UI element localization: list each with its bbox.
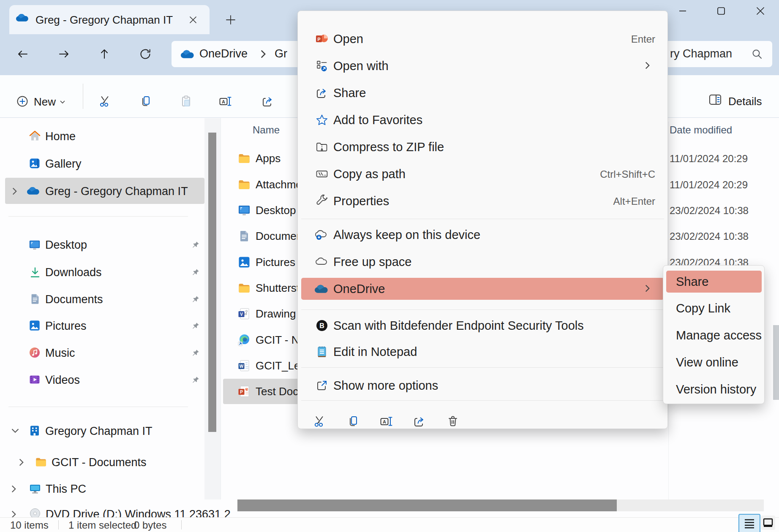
menu-item-show-more-options[interactable]: Show more options (301, 375, 664, 396)
svg-text:B: B (319, 322, 324, 329)
star-icon (315, 113, 329, 127)
new-button-label[interactable]: New (34, 95, 56, 109)
tab-greg-gregory-chapman-it[interactable]: Greg - Gregory Chapman IT (9, 5, 210, 34)
new-icon[interactable] (16, 95, 29, 109)
sidebar-item-home[interactable]: Home (0, 125, 205, 147)
close-button[interactable] (753, 5, 768, 17)
horizontal-scrollbar-thumb[interactable] (237, 499, 617, 511)
folder-icon (238, 178, 251, 193)
word-file-icon: W (238, 359, 251, 374)
wrench-icon (315, 194, 329, 208)
svg-text:A: A (222, 99, 225, 104)
menu-item-properties[interactable]: Properties Alt+Enter (301, 190, 664, 212)
sidebar-item-gregory-chapman-it[interactable]: Gregory Chapman IT (0, 420, 205, 442)
menu-item-open[interactable]: P Open Enter (301, 28, 664, 50)
gallery-icon (29, 157, 41, 171)
menu-item-copy-as-path[interactable]: Copy as path Ctrl+Shift+C (301, 163, 664, 185)
submenu-item-version-history[interactable]: Version history (666, 378, 762, 400)
edge-shortcut-icon (238, 334, 251, 348)
breadcrumb-segment-current[interactable]: Gr (275, 47, 287, 60)
maximize-button[interactable] (714, 5, 728, 17)
cut-icon[interactable] (98, 95, 112, 108)
menu-item-scan-bitdefender[interactable]: B Scan with Bitdefender Endpoint Securit… (301, 315, 664, 337)
selection-size: 0 bytes (134, 519, 166, 531)
up-icon[interactable] (98, 48, 111, 62)
svg-text:A: A (383, 419, 386, 424)
sidebar-item-greg-onedrive[interactable]: Greg - Gregory Chapman IT (0, 180, 205, 202)
sidebar-item-documents[interactable]: Documents (0, 288, 205, 310)
powerpoint-icon: P (315, 32, 329, 46)
chevron-right-icon[interactable] (260, 49, 266, 61)
sidebar-scrollbar-thumb[interactable] (208, 133, 216, 432)
share-icon[interactable] (413, 415, 426, 428)
sidebar-item-pictures[interactable]: Pictures (0, 315, 205, 337)
share-icon[interactable] (261, 95, 275, 108)
details-pane-icon[interactable] (709, 94, 722, 108)
breadcrumb-segment-onedrive[interactable]: OneDrive (199, 47, 248, 60)
thumbnail-view-toggle[interactable] (761, 516, 775, 530)
organization-icon (29, 425, 40, 438)
menu-item-always-keep-on-device[interactable]: Always keep on this device (301, 224, 664, 246)
delete-icon[interactable] (446, 415, 460, 428)
cloud-download-icon (315, 228, 329, 242)
menu-item-open-with[interactable]: Open with (301, 55, 664, 77)
external-link-icon (315, 378, 329, 393)
menu-item-free-up-space[interactable]: Free up space (301, 251, 664, 273)
menu-item-add-to-favorites[interactable]: Add to Favorites (301, 109, 664, 131)
submenu-item-copy-link[interactable]: Copy Link (666, 297, 762, 319)
paste-icon[interactable] (179, 95, 193, 108)
menu-quick-actions: A (301, 410, 664, 432)
menu-item-onedrive[interactable]: OneDrive (301, 278, 664, 300)
pin-icon (191, 322, 200, 330)
submenu-item-manage-access[interactable]: Manage access (666, 324, 762, 346)
sidebar-separator (8, 216, 188, 217)
chevron-right-icon[interactable] (12, 187, 17, 197)
minimize-button[interactable] (675, 5, 690, 17)
rename-icon[interactable]: A (379, 415, 393, 428)
sidebar-item-music[interactable]: Music (0, 342, 205, 364)
column-header-name[interactable]: Name (253, 120, 280, 140)
onedrive-submenu: Share Copy Link Manage access View onlin… (663, 265, 765, 404)
pictures-icon (29, 320, 41, 333)
submenu-item-share[interactable]: Share (666, 271, 762, 293)
rename-icon[interactable]: A (218, 95, 232, 108)
share-icon (315, 86, 329, 100)
sidebar-item-desktop[interactable]: Desktop (0, 234, 205, 256)
status-bar: 10 items 1 item selected 0 bytes (0, 517, 779, 532)
chevron-right-icon[interactable] (19, 458, 24, 468)
back-icon[interactable] (16, 48, 29, 62)
submenu-item-view-online[interactable]: View online (666, 351, 762, 373)
menu-item-edit-in-notepad[interactable]: Edit in Notepad (301, 341, 664, 363)
notepad-icon (315, 345, 329, 359)
copy-icon[interactable] (346, 415, 360, 428)
onedrive-icon (27, 186, 41, 197)
file-explorer-window: Greg - Gregory Chapman IT (0, 0, 779, 532)
chevron-right-icon[interactable] (11, 485, 16, 495)
sidebar-item-gallery[interactable]: Gallery (0, 153, 205, 175)
pin-icon (191, 376, 200, 384)
column-header-date-modified[interactable]: Date modified (670, 120, 732, 140)
sidebar-item-downloads[interactable]: Downloads (0, 261, 205, 283)
refresh-icon[interactable] (139, 48, 152, 62)
menu-item-share[interactable]: Share (301, 82, 664, 104)
cut-icon[interactable] (313, 415, 326, 428)
chevron-down-icon[interactable] (59, 98, 66, 107)
menu-item-compress-zip[interactable]: Compress to ZIP file (301, 136, 664, 158)
chevron-down-icon[interactable] (11, 428, 19, 435)
search-icon[interactable] (751, 48, 763, 62)
svg-text:V: V (240, 312, 243, 317)
sidebar-item-videos[interactable]: Videos (0, 369, 205, 391)
tab-close-icon[interactable] (188, 15, 198, 26)
vertical-scrollbar-thumb[interactable] (773, 325, 779, 400)
new-tab-button[interactable] (225, 14, 237, 27)
open-with-icon (315, 59, 329, 73)
details-pane-label[interactable]: Details (728, 95, 762, 108)
sidebar-item-this-pc[interactable]: This PC (0, 478, 205, 500)
sidebar-item-gcit-documents[interactable]: GCIT - Documents (0, 451, 205, 473)
details-view-toggle[interactable] (738, 514, 760, 532)
copy-path-icon (315, 167, 329, 181)
search-text: ry Chapman (670, 47, 732, 60)
copy-icon[interactable] (139, 95, 152, 108)
powerpoint-file-icon: P (238, 385, 251, 399)
forward-icon[interactable] (57, 48, 70, 62)
